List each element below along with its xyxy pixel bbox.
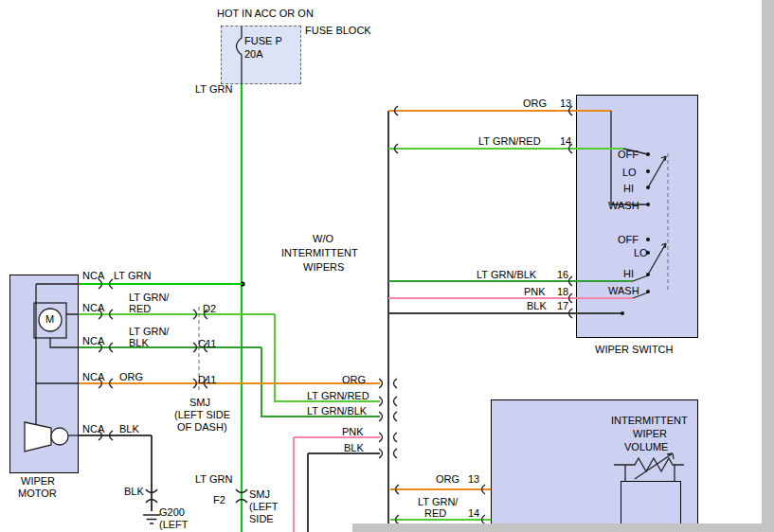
pin-14: 14 (560, 135, 571, 147)
volume-wire-ltgrnred-line2: RED (424, 507, 446, 519)
pin-16: 16 (557, 269, 568, 280)
connector-icons-volume-entry (482, 485, 486, 524)
volume-title-line3: VOLUME (624, 441, 668, 452)
wire-blk-mid (308, 453, 380, 532)
f2-wire-label: LT GRN (195, 473, 232, 485)
nca-label-4: NCA (82, 371, 104, 382)
motor-symbol-letter: M (45, 313, 54, 325)
switch-pos-wash-1: WASH (608, 200, 639, 211)
motor-wire4-label: ORG (119, 371, 143, 382)
mid-wire-label-pnk: PNK (342, 426, 364, 437)
branch-note-line3: WIPERS (303, 261, 344, 273)
nca-label-2: NCA (82, 302, 104, 313)
volume-pin-13: 13 (468, 473, 479, 485)
motor-wire2-label-line1: LT GRN/ (129, 292, 169, 303)
smj-label-line3: OF DASH) (177, 421, 227, 433)
fuse-output-wire-label: LT GRN (195, 83, 232, 95)
mid-wire-label-ltgrnblk: LT GRN/BLK (307, 405, 367, 417)
hot-in-acc-label: HOT IN ACC OR ON (217, 8, 314, 19)
wiper-switch-box (576, 95, 698, 338)
ground-wire-label: BLK (124, 486, 144, 497)
wire-pnk-mid (294, 437, 380, 532)
nca-label-3: NCA (82, 335, 104, 346)
switch-pos-hi-1: HI (623, 183, 634, 194)
wiring-diagram-canvas: HOT IN ACC OR ON FUSE BLOCK FUSE P 20A L… (0, 0, 774, 532)
volume-wire-ltgrnred-line1: LT GRN/ (418, 496, 458, 507)
motor-wire2-label-line2: RED (129, 303, 151, 314)
wire-label-pnk-18: PNK (524, 286, 546, 297)
wiper-motor-box (9, 275, 79, 473)
ground-loc-label: (LEFT (159, 519, 189, 530)
pin-18: 18 (557, 286, 568, 297)
motor-wire5-label: BLK (119, 423, 139, 434)
switch-pos-off-1: OFF (618, 149, 639, 160)
fuse-name-label: FUSE P (244, 35, 282, 46)
fuse-rating-label: 20A (244, 48, 263, 60)
mid-wire-label-org: ORG (342, 374, 366, 385)
volume-title-line2: WIPER (633, 428, 667, 439)
switch-pos-lo-1: LO (622, 167, 637, 178)
wire-blk-motor-ground (79, 435, 152, 511)
wiper-switch-title: WIPER SWITCH (595, 344, 674, 355)
switch-pos-lo-2: LO (634, 247, 648, 258)
fuse-block-label: FUSE BLOCK (305, 25, 371, 36)
ground-name-label: G200 (159, 506, 185, 518)
wire-label-org-13: ORG (523, 98, 547, 109)
motor-wire1-label: LT GRN (114, 270, 151, 281)
nca-label-1: NCA (82, 270, 104, 281)
smj-bottom-line3: SIDE (249, 513, 274, 524)
pin-13: 13 (560, 98, 571, 109)
wire-label-ltgrnblk-16: LT GRN/BLK (477, 269, 536, 280)
connector-icon-ground-wire (146, 489, 157, 503)
connector-f2-label: F2 (213, 494, 225, 505)
branch-note-line2: INTERMITTENT (281, 247, 358, 258)
mid-wire-label-blk: BLK (344, 442, 364, 453)
volume-pin-14: 14 (468, 507, 479, 519)
connector-icon-f2 (236, 489, 247, 503)
volume-wire-org-label: ORG (436, 473, 459, 485)
smj-bottom-line1: SMJ (249, 488, 270, 500)
wiper-motor-title-line1: WIPER (21, 475, 55, 487)
bottom-edge-band (352, 523, 774, 532)
smj-label-line2: (LEFT SIDE (174, 409, 230, 420)
branch-note-line1: W/O (313, 233, 333, 244)
connector-c11-label: C11 (198, 338, 216, 349)
connector-d2-label: D2 (203, 303, 216, 314)
switch-pos-hi-2: HI (623, 268, 634, 279)
switch-pos-wash-2: WASH (608, 285, 639, 296)
connector-d11-label: D11 (198, 374, 216, 385)
motor-wire3-label-line2: BLK (129, 337, 149, 348)
wiper-motor-title-line2: MOTOR (18, 488, 57, 499)
smj-label-line1: SMJ (189, 397, 210, 408)
motor-wire3-label-line1: LT GRN/ (129, 326, 169, 337)
nca-label-5: NCA (82, 423, 104, 434)
wire-label-ltgrnred-14: LT GRN/RED (478, 135, 541, 147)
volume-title-line1: INTERMITTENT (611, 415, 688, 426)
wire-label-blk-17: BLK (527, 300, 547, 311)
connector-icons-bus (379, 106, 399, 524)
ground-icon (143, 515, 160, 523)
right-edge-band (762, 0, 774, 532)
smj-bottom-line2: (LEFT (249, 501, 279, 512)
pin-17: 17 (557, 300, 568, 311)
switch-pos-off-2: OFF (618, 234, 639, 245)
mid-wire-label-ltgrnred: LT GRN/RED (307, 390, 369, 401)
junction-dot (240, 281, 244, 286)
